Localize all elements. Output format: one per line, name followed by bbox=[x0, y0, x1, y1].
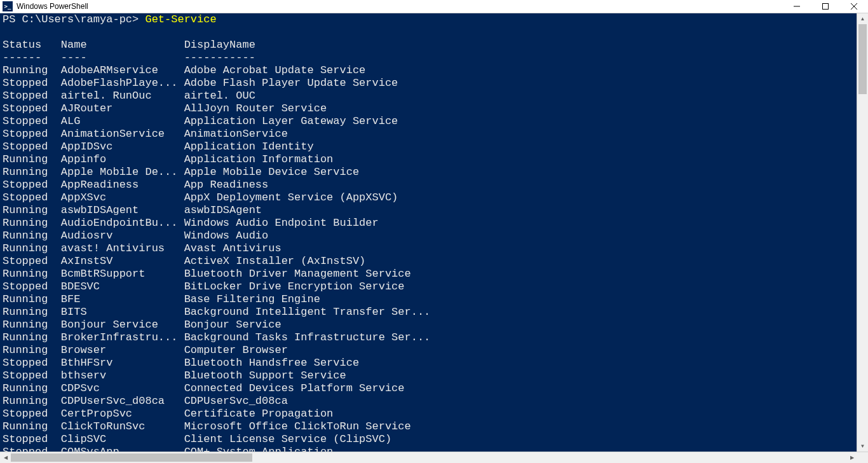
scroll-up-arrow-icon[interactable]: ▲ bbox=[857, 13, 868, 24]
window-title: Windows PowerShell bbox=[17, 2, 88, 11]
horizontal-scroll-thumb[interactable] bbox=[11, 453, 252, 462]
powershell-icon: >_ bbox=[3, 1, 13, 11]
terminal-area: PS C:\Users\ramya-pc> Get-Service Status… bbox=[0, 13, 868, 452]
horizontal-scroll-track[interactable] bbox=[11, 452, 846, 463]
scroll-right-arrow-icon[interactable]: ▶ bbox=[846, 452, 857, 463]
vertical-scroll-thumb[interactable] bbox=[858, 24, 867, 94]
terminal-output[interactable]: PS C:\Users\ramya-pc> Get-Service Status… bbox=[0, 13, 857, 452]
scroll-left-arrow-icon[interactable]: ◀ bbox=[0, 452, 11, 463]
close-button[interactable] bbox=[839, 0, 868, 13]
svg-rect-1 bbox=[822, 3, 828, 9]
titlebar[interactable]: >_ Windows PowerShell bbox=[0, 0, 868, 13]
window-controls bbox=[782, 0, 868, 13]
scrollbar-corner bbox=[857, 452, 868, 463]
horizontal-scrollbar[interactable]: ◀ ▶ bbox=[0, 452, 868, 463]
minimize-button[interactable] bbox=[782, 0, 811, 13]
maximize-button[interactable] bbox=[811, 0, 839, 13]
powershell-window: >_ Windows PowerShell PS C:\Users\ramya-… bbox=[0, 0, 868, 463]
vertical-scrollbar[interactable]: ▲ ▼ bbox=[857, 13, 868, 452]
scroll-down-arrow-icon[interactable]: ▼ bbox=[857, 441, 868, 452]
